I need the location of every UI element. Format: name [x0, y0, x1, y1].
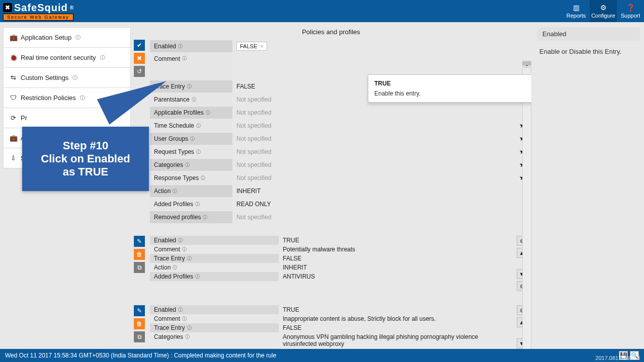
tag-text: FALSE — [240, 43, 257, 49]
edit-button[interactable]: ✎ — [134, 305, 145, 316]
mini-grid: EnabledⓘTRUECommentⓘInappropriate conten… — [150, 305, 515, 349]
callout-line: Click on Enabled — [41, 152, 130, 165]
form-row: EnabledⓘFALSE× — [150, 40, 528, 53]
info-icon: ⓘ — [190, 136, 195, 142]
field-value: Inappropriate content is abuse, Strictly… — [279, 314, 515, 323]
tag-remove-icon[interactable]: × — [260, 43, 263, 49]
clone-button[interactable]: ⧉ — [134, 262, 145, 273]
support-nav[interactable]: ❓ Support — [617, 0, 644, 22]
form-row: CategoriesⓘNot specified — [150, 158, 528, 171]
delete-button[interactable]: 🗑 — [134, 249, 145, 260]
field-value[interactable]: Not specified — [232, 107, 518, 118]
policy-block: ✎ 🗑 ⧉ EnabledⓘTRUECommentⓘPotentially ma… — [134, 236, 528, 291]
field-value[interactable]: READ ONLY — [232, 199, 518, 210]
info-icon: ⓘ — [182, 246, 187, 253]
brand-logo: ✖ SafeSquid® Secure Web Gateway — [3, 2, 74, 21]
field-label: Trace Entryⓘ — [150, 323, 279, 332]
form-row: Applicable ProfilesⓘNot specified — [150, 106, 528, 119]
field-value: FALSE — [279, 323, 515, 332]
clone-button[interactable]: ⧉ — [134, 331, 145, 342]
sidebar-item-custom-settings[interactable]: ⇆ Custom Settings ⓘ — [4, 68, 130, 88]
field-label-text: Request Types — [154, 148, 194, 155]
mini-row: CommentⓘInappropriate content is abuse, … — [150, 314, 515, 323]
sidebar-item-real-time-content[interactable]: 🐞 Real time content security ⓘ — [4, 48, 130, 68]
download-icon: ⇩ — [10, 154, 17, 162]
field-value: TRUE — [279, 236, 515, 245]
field-label-text: Trace Entry — [154, 255, 185, 262]
form-row: Request TypesⓘNot specified — [150, 145, 528, 158]
status-text: Wed Oct 11 2017 15:58:34 GMT+0530 (India… — [5, 352, 276, 359]
field-label-text: Comment — [154, 55, 180, 62]
form-row: Removed profilesⓘNot specified — [150, 211, 528, 224]
tutorial-callout: Step #10 Click on Enabled as TRUE — [22, 127, 149, 191]
form-row: ActionⓘINHERIT — [150, 185, 528, 198]
info-icon: ⓘ — [178, 237, 183, 244]
field-value[interactable]: Not specified — [232, 159, 518, 170]
field-label-text: User Groups — [154, 135, 188, 142]
sidebar-item-application-setup[interactable]: 💼 Application Setup ⓘ — [4, 28, 130, 48]
scrollbar-trough[interactable] — [522, 60, 531, 349]
info-icon: ⓘ — [187, 83, 192, 90]
page-title: Policies and profiles — [134, 22, 528, 40]
shield-icon: 🛡 — [10, 94, 17, 102]
field-value: TRUE — [279, 305, 515, 314]
reports-icon: ▥ — [573, 4, 580, 12]
field-value[interactable]: Not specified — [232, 212, 518, 223]
field-label-text: Time Schedule — [154, 122, 194, 129]
confirm-button[interactable]: ✔ — [134, 40, 145, 51]
edit-panel: ✔ ✖ ↺ EnabledⓘFALSE×CommentⓘTrace Entryⓘ… — [134, 40, 528, 224]
policy-block: ✎ 🗑 ⧉ EnabledⓘTRUECommentⓘInappropriate … — [134, 305, 528, 349]
field-value[interactable]: FALSE× — [232, 40, 518, 53]
bug-icon: 🐞 — [10, 54, 17, 61]
cancel-button[interactable]: ✖ — [134, 53, 145, 64]
scrollbar-thumb[interactable] — [522, 61, 531, 65]
entry-toolbar: ✎ 🗑 ⧉ — [134, 305, 146, 349]
field-value: Potentially malware threats — [279, 245, 515, 254]
main-shell: 💼 Application Setup ⓘ 🐞 Real time conten… — [0, 22, 644, 349]
field-value[interactable]: INHERIT — [232, 186, 518, 197]
configure-icon: ⚙ — [600, 4, 607, 12]
registered-icon: ® — [70, 5, 74, 11]
delete-button[interactable]: 🗑 — [134, 318, 145, 329]
info-icon: ⓘ — [178, 307, 183, 313]
brand-tagline: Secure Web Gateway — [3, 14, 73, 21]
field-label-text: Comment — [154, 315, 180, 322]
field-value[interactable]: Not specified — [232, 133, 518, 144]
field-label-text: Enabled — [154, 306, 176, 313]
sidebar-item-label: Pr — [21, 114, 27, 122]
briefcase-icon: 💼 — [10, 134, 17, 142]
field-value[interactable]: Not specified — [232, 172, 518, 184]
field-label-text: Removed profiles — [154, 214, 201, 221]
version-label: 2017.0817.1602.3 — [595, 355, 640, 361]
field-label-text: Trace Entry — [154, 324, 185, 331]
field-value[interactable]: Not specified — [232, 120, 518, 131]
info-icon: ⓘ — [185, 162, 190, 168]
configure-nav[interactable]: ⚙ Configure — [590, 0, 617, 22]
info-icon: ⓘ — [192, 97, 196, 103]
info-icon: ⓘ — [195, 201, 200, 208]
configure-label: Configure — [591, 13, 615, 19]
scrollbar[interactable]: ▴ ▾ — [522, 60, 531, 349]
status-bar: Wed Oct 11 2017 15:58:34 GMT+0530 (India… — [0, 349, 644, 362]
field-value: Anonymous VPN gambling hacking illegal p… — [279, 332, 515, 348]
edit-button[interactable]: ✎ — [134, 236, 145, 247]
mini-row: EnabledⓘTRUE — [150, 305, 515, 314]
field-label: Enabledⓘ — [150, 40, 232, 52]
reports-nav[interactable]: ▥ Reports — [562, 0, 590, 22]
support-label: Support — [621, 13, 640, 19]
enabled-dropdown[interactable]: TRUE Enable this entry. — [368, 74, 531, 103]
mini-grid: EnabledⓘTRUECommentⓘPotentially malware … — [150, 236, 515, 291]
info-icon: ⓘ — [206, 110, 210, 116]
callout-line: Step #10 — [63, 139, 109, 152]
value-tag[interactable]: FALSE× — [236, 42, 267, 51]
mini-row: CommentⓘPotentially malware threats — [150, 245, 515, 254]
field-value[interactable]: Not specified — [232, 146, 518, 157]
field-label: Added Profilesⓘ — [150, 272, 279, 281]
field-value[interactable] — [232, 64, 518, 68]
info-icon: ⓘ — [173, 264, 177, 271]
field-label-text: Enabled — [154, 43, 176, 50]
dropdown-option-true[interactable]: TRUE — [374, 80, 531, 87]
form-row: Response TypesⓘNot specified — [150, 171, 528, 185]
entry-toolbar: ✎ 🗑 ⧉ — [134, 236, 146, 291]
revert-button[interactable]: ↺ — [134, 66, 145, 77]
